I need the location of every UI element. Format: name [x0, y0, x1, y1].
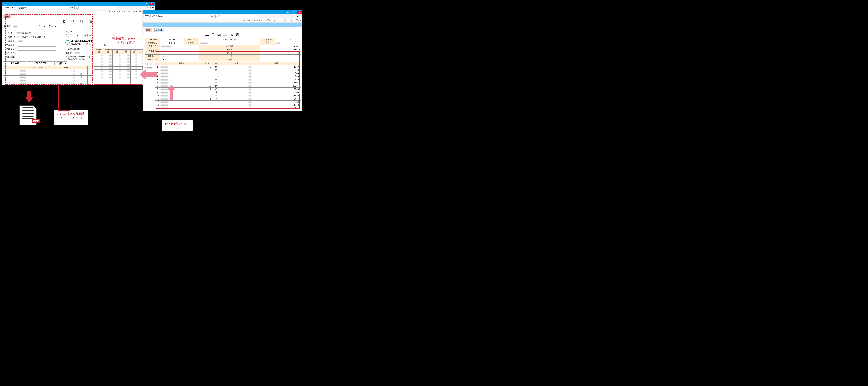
table-row[interactable]: 4■■■■■■1ｾｯﾄ■■7,685 — [155, 75, 301, 78]
table-row[interactable]: 9■■■■■■1式■■55,000 — [155, 91, 301, 94]
table-row[interactable]: 13■■■■■■1ｾｯﾄ■■18,430 — [155, 104, 301, 107]
table-row[interactable]: ■■■■■■■ — [94, 57, 143, 60]
ie-toolbar-2: ⌂ ▾ ▤ ▾ ✉ ▾ 🖶 ▾ ページ(P)▾ セーフティ(S)▾ ツール(T)… — [143, 18, 302, 23]
table-row[interactable]: 5■■■■■■1式■■2,100 — [155, 78, 301, 81]
window-titlebar: ▢ — ☐ ✕ — [2, 2, 155, 6]
sales-slip-window: — ☐ ✕ ↻ ▾ ⌂ ★ ⚙ ⌂ ▾ ▤ ▾ ✉ ▾ 🖶 ▾ ページ(P)▾ … — [143, 10, 302, 111]
table-row[interactable]: ■■■■■■■ — [94, 67, 143, 70]
maximize-button[interactable]: ☐ — [144, 3, 148, 5]
window-titlebar-2: — ☐ ✕ — [143, 10, 302, 14]
recv-field[interactable] — [18, 43, 57, 47]
address-bar-2: ↻ ▾ ⌂ ★ ⚙ — [143, 14, 302, 18]
valid-field[interactable] — [18, 55, 57, 58]
bill-badge: 未請求 — [154, 28, 164, 32]
minimize-button[interactable]: — — [137, 3, 142, 5]
table-row[interactable] — [94, 82, 143, 85]
tool-menu-2[interactable]: ツール(T) — [290, 19, 299, 22]
callout-line-2b — [58, 110, 70, 110]
due-label: 受渡期日： — [3, 47, 17, 51]
col-header: No. — [3, 66, 19, 69]
nav-copy[interactable]: 一括削除 — [145, 66, 155, 69]
estno-label: 見積No. — [65, 30, 75, 33]
arrow-down — [25, 97, 33, 103]
table-row[interactable]: ■■■■■■■ — [94, 76, 143, 79]
customer-field[interactable]: 株式会社 ■■■ — [3, 25, 36, 28]
home-icon[interactable]: ⌂ — [147, 7, 148, 9]
close-button[interactable]: ✕ — [149, 3, 154, 5]
due-field[interactable] — [18, 47, 57, 51]
close-button-2[interactable]: ✕ — [297, 11, 302, 13]
blue-ribbon — [143, 23, 302, 27]
page-menu-2[interactable]: ページ(P) — [261, 19, 270, 22]
arrow-up — [167, 85, 175, 90]
table-row[interactable]: 11■■■■■■2本■■07,450 — [155, 97, 301, 101]
table-row[interactable]: 3■■■■■■1ｾｯﾄ■■3,443 — [155, 72, 301, 75]
maximize-button-2[interactable]: ☐ — [291, 11, 296, 13]
nav-mitsumori[interactable]: 見積明細 — [145, 63, 155, 66]
terms-label: 取引条件： — [3, 51, 17, 54]
callout-line-3 — [168, 109, 168, 120]
total-label: 合計金額 — [3, 62, 27, 65]
col-header: 品名・品番 — [19, 66, 57, 69]
callout-reference: 売上伝票のデータを参照して表示 — [109, 35, 143, 50]
col-header — [75, 66, 87, 69]
table-row[interactable]: 15■■■■■■1本■■1,050 — [155, 110, 301, 111]
customer-stepper[interactable]: ⌃⌄ — [37, 25, 46, 28]
minimize-button-2[interactable]: — — [285, 11, 290, 13]
customer-label: 株式会社 — [4, 25, 13, 28]
table-row[interactable]: ■■■■■■■ — [94, 63, 143, 67]
search-input-2[interactable] — [216, 15, 258, 18]
table-row[interactable]: 1■■■■■■1個■■12,800 — [155, 65, 301, 68]
table-row[interactable]: ■■■■■■■ — [94, 73, 143, 76]
staff-label: 担当者： — [65, 51, 74, 54]
table-row[interactable]: 12■■■■■■1ｾｯﾄ■■6,808 — [155, 101, 301, 104]
terms-field[interactable] — [18, 51, 57, 55]
table-row[interactable]: ■■■■■■■ — [94, 60, 143, 63]
feed-icon-2[interactable]: ▤ ▾ — [247, 19, 250, 22]
gear-icon-2[interactable]: ⚙ — [300, 15, 302, 17]
table-row[interactable]: 10■■■■■■1ｾｯﾄ■■17,490 — [155, 94, 301, 97]
table-row[interactable]: 14■■■■■■1ｾｯﾄ■■5,008 — [155, 107, 301, 110]
refresh-icon-2[interactable]: ↻ ▾ — [211, 15, 214, 17]
table-row[interactable]: ■■■■■■■ — [94, 70, 143, 73]
table-row[interactable]: ■■■■■■■ — [94, 54, 143, 57]
gear-icon[interactable]: ⚙ — [152, 7, 154, 9]
subject-field[interactable]: ■■■■ 道成工事 — [16, 31, 57, 34]
mail-icon-2[interactable]: ✉ ▾ — [252, 19, 255, 22]
tax-select[interactable]: (税抜) — [55, 62, 67, 65]
sales-pane: 編集 未請求 工 事 売 上 伝 票 カードNoD1694 売上月日2022年1… — [143, 27, 302, 111]
cost-table: 原価単価原価金額粗利単価粗利金額粗利率備考 ■■■■■■■■■■■■■■■■■■… — [94, 48, 143, 85]
issuer-name: 日本エスエム株式会社 — [71, 39, 92, 42]
home-icon-4[interactable]: ⌂ ▾ — [243, 19, 245, 22]
callout-pdf: このエリアを見積書としてPDF出力 — [54, 110, 88, 125]
edit-badge: 編集 — [145, 28, 152, 32]
callout-line-2 — [58, 85, 59, 110]
callout-shiire: 仕入れ明細を入力 — [162, 120, 193, 131]
table-row[interactable] — [94, 79, 143, 82]
slip-header-table: カードNoD1694 売上月日2022年1月31日 伝票番号13372 得意先C… — [145, 38, 301, 61]
app-icon: ▢ — [3, 3, 7, 5]
site-label: 工事場所： — [3, 40, 17, 42]
onchu-select[interactable]: 御中 — [47, 25, 57, 28]
callout-line-1 — [125, 47, 125, 59]
search-input[interactable] — [74, 6, 117, 9]
refresh-icon[interactable]: ↻ ▾ — [70, 7, 73, 9]
table-row[interactable]: 8■■■■■■3缶■■29,550 — [155, 88, 301, 91]
fav-icon-2[interactable]: ★ — [297, 15, 299, 17]
fav-icon[interactable]: ★ — [149, 7, 151, 9]
arrow-left — [140, 70, 157, 79]
table-row[interactable]: 6■■■■■■1ｾｯﾄ■■65,012 — [155, 81, 301, 85]
site-field[interactable]: ■■■ — [18, 39, 57, 43]
slip-title: 工 事 売 上 伝 票 — [145, 32, 301, 37]
print-icon-2[interactable]: 🖶 ▾ — [256, 19, 260, 22]
safety-menu-2[interactable]: セーフティ(S) — [274, 19, 286, 22]
table-row[interactable]: 2■■■■■■1個■■609 — [155, 68, 301, 72]
home-icon-3[interactable]: ⌂ — [294, 15, 296, 17]
item-table: 商品名数量単位単価金額 1■■■■■■1個■■12,8002■■■■■■1個■■… — [155, 62, 301, 111]
address-bar: ↻ ▾ ⌂ ★ ⚙ — [2, 6, 155, 10]
url-input-2[interactable] — [144, 15, 210, 18]
subject-label: 件名： — [3, 31, 15, 34]
url-input[interactable] — [3, 6, 69, 9]
valid-label: 有効期限： — [3, 55, 17, 58]
table-row[interactable]: 7■■■■■■65m■■320,640 — [155, 85, 301, 88]
